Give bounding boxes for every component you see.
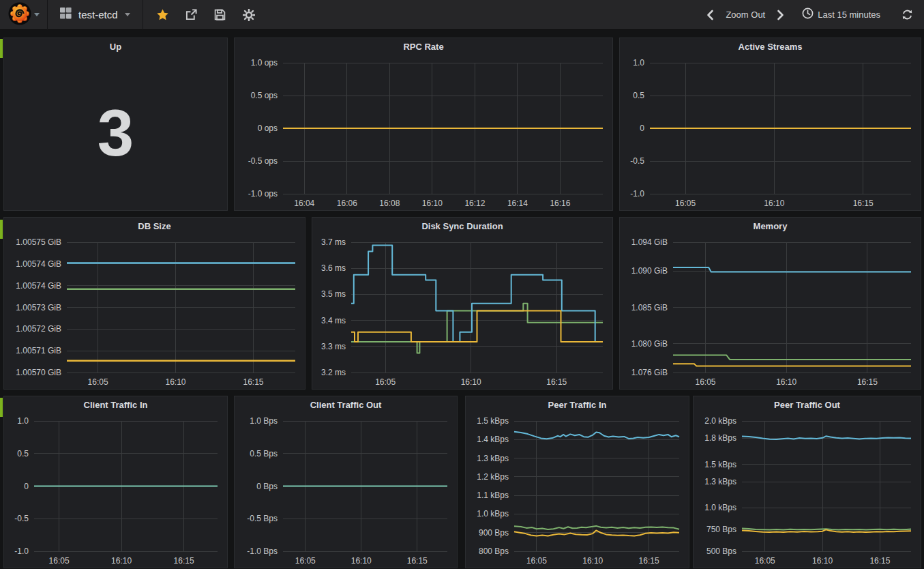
svg-text:0.5 ops: 0.5 ops (251, 91, 278, 100)
panel-peer-traffic-out: Peer Traffic Out 16:0516:1016:152.0 kBps… (693, 396, 921, 568)
panel-title[interactable]: Peer Traffic Out (694, 396, 921, 414)
dashboard-picker[interactable]: test-etcd (48, 0, 143, 30)
time-shift-forward-button[interactable] (775, 9, 787, 21)
panel-title[interactable]: Active Streams (620, 38, 921, 56)
row-toggle-handle[interactable] (0, 398, 3, 417)
client-traffic-out-chart[interactable]: 16:0516:1016:151.0 Bps0.5 Bps0 Bps-0.5 B… (235, 414, 457, 568)
svg-text:1.4 kBps: 1.4 kBps (477, 435, 509, 444)
up-stat-value: 3 (4, 56, 227, 210)
svg-text:1.5 kBps: 1.5 kBps (704, 460, 736, 469)
svg-text:16:10: 16:10 (351, 556, 372, 566)
svg-text:16:10: 16:10 (582, 556, 603, 566)
svg-text:1.3 kBps: 1.3 kBps (477, 454, 509, 463)
refresh-button[interactable] (901, 9, 913, 21)
star-button[interactable] (157, 9, 169, 21)
peer-traffic-out-chart[interactable]: 16:0516:1016:152.0 kBps1.8 kBps1.5 kBps1… (694, 414, 921, 568)
svg-text:-1.0: -1.0 (14, 546, 29, 556)
svg-text:1.00574 GiB: 1.00574 GiB (16, 259, 61, 269)
navbar: test-etcd (0, 0, 924, 30)
panel-title[interactable]: Client Traffic In (4, 396, 227, 414)
svg-text:3.4 ms: 3.4 ms (321, 316, 346, 325)
svg-text:0: 0 (24, 482, 29, 491)
panel-up: Up 3 (3, 38, 228, 211)
panel-title[interactable]: Client Traffic Out (235, 396, 457, 414)
panel-title[interactable]: Disk Sync Duration (312, 218, 612, 235)
svg-text:-1.0: -1.0 (630, 189, 644, 199)
svg-text:-0.5 ops: -0.5 ops (248, 156, 278, 166)
panel-memory: Memory 16:0516:1016:151.094 GiB1.090 GiB… (619, 217, 921, 390)
svg-text:16:15: 16:15 (857, 377, 878, 387)
settings-button[interactable] (243, 9, 255, 21)
row-toggle-handle[interactable] (0, 39, 3, 58)
time-controls: Zoom Out Last 15 minutes (704, 8, 924, 22)
svg-text:-0.5: -0.5 (630, 156, 644, 166)
panel-title[interactable]: Peer Traffic In (466, 396, 689, 414)
svg-text:16:15: 16:15 (869, 556, 890, 566)
memory-chart[interactable]: 16:0516:1016:151.094 GiB1.090 GiB1.085 G… (620, 235, 921, 389)
time-range-picker[interactable]: Last 15 minutes (802, 8, 880, 22)
save-icon (214, 9, 226, 20)
dashboard-grid-icon (60, 8, 72, 22)
svg-text:0.5 Bps: 0.5 Bps (250, 449, 278, 458)
clock-icon (802, 8, 814, 22)
svg-text:1.0 kBps: 1.0 kBps (704, 503, 736, 512)
svg-text:1.00574 GiB: 1.00574 GiB (16, 281, 61, 291)
svg-text:1.0: 1.0 (633, 58, 644, 68)
active-streams-chart[interactable]: 16:0516:1016:151.00.50-0.5-1.0 (620, 56, 921, 210)
zoom-out-button[interactable]: Zoom Out (726, 10, 765, 20)
peer-traffic-in-chart[interactable]: 16:0516:1016:151.5 kBps1.4 kBps1.3 kBps1… (466, 414, 689, 568)
svg-text:900 Bps: 900 Bps (479, 528, 509, 538)
svg-text:-0.5: -0.5 (14, 514, 29, 523)
svg-text:16:05: 16:05 (375, 377, 396, 387)
dashboard-title: test-etcd (78, 9, 118, 20)
svg-text:1.00572 GiB: 1.00572 GiB (16, 324, 61, 334)
panel-rpc-rate: RPC Rate 16:0416:0616:0816:1016:1216:141… (234, 38, 613, 211)
panel-title[interactable]: Memory (620, 218, 921, 235)
share-button[interactable] (185, 9, 198, 21)
rpc-rate-chart[interactable]: 16:0416:0616:0816:1016:1216:1416:161.0 o… (235, 56, 612, 210)
svg-text:0: 0 (640, 123, 644, 133)
svg-text:16:12: 16:12 (464, 199, 485, 208)
svg-text:16:15: 16:15 (243, 377, 263, 387)
svg-text:16:10: 16:10 (812, 556, 833, 566)
caret-down-icon (125, 13, 130, 16)
panel-client-traffic-in: Client Traffic In 16:0516:1016:151.00.50… (3, 396, 228, 568)
svg-text:16:15: 16:15 (853, 199, 874, 208)
svg-text:-1.0 ops: -1.0 ops (248, 189, 278, 199)
time-range-label: Last 15 minutes (818, 10, 880, 20)
row-toggle-handle[interactable] (0, 220, 3, 239)
chevron-right-icon (777, 10, 785, 20)
svg-text:1.5 kBps: 1.5 kBps (477, 416, 509, 426)
svg-text:1.0 kBps: 1.0 kBps (477, 509, 509, 519)
svg-text:16:05: 16:05 (526, 556, 547, 566)
grafana-menu-button[interactable] (0, 0, 48, 30)
disk-sync-duration-chart[interactable]: 16:0516:1016:153.7 ms3.6 ms3.5 ms3.4 ms3… (312, 235, 612, 389)
svg-text:1.090 GiB: 1.090 GiB (631, 266, 668, 276)
svg-text:16:15: 16:15 (407, 556, 428, 566)
panel-title[interactable]: RPC Rate (235, 38, 612, 56)
svg-text:500 Bps: 500 Bps (706, 546, 736, 556)
client-traffic-in-chart[interactable]: 16:0516:1016:151.00.50-0.5-1.0 (4, 414, 227, 568)
svg-text:2.0 kBps: 2.0 kBps (704, 416, 736, 426)
gear-icon (243, 9, 255, 21)
svg-text:16:16: 16:16 (550, 199, 570, 208)
save-button[interactable] (214, 9, 226, 21)
svg-text:1.00575 GiB: 1.00575 GiB (16, 237, 61, 247)
svg-text:3.2 ms: 3.2 ms (321, 368, 346, 377)
svg-text:0 Bps: 0 Bps (256, 482, 278, 491)
panel-title[interactable]: Up (4, 38, 227, 56)
svg-text:16:15: 16:15 (639, 556, 659, 566)
panel-title[interactable]: DB Size (4, 218, 305, 235)
svg-text:0.5: 0.5 (633, 91, 644, 100)
svg-text:1.00570 GiB: 1.00570 GiB (16, 368, 61, 377)
svg-text:1.00573 GiB: 1.00573 GiB (16, 303, 61, 312)
time-shift-back-button[interactable] (704, 9, 716, 21)
db-size-chart[interactable]: 16:0516:1016:151.00575 GiB1.00574 GiB1.0… (4, 235, 305, 389)
grafana-logo (8, 2, 31, 28)
svg-text:1.0 Bps: 1.0 Bps (250, 416, 278, 426)
svg-text:1.2 kBps: 1.2 kBps (477, 472, 509, 482)
panel-db-size: DB Size 16:0516:1016:151.00575 GiB1.0057… (3, 217, 305, 390)
svg-text:750 Bps: 750 Bps (706, 525, 736, 534)
svg-text:16:04: 16:04 (294, 199, 314, 208)
svg-text:3.3 ms: 3.3 ms (321, 342, 346, 351)
